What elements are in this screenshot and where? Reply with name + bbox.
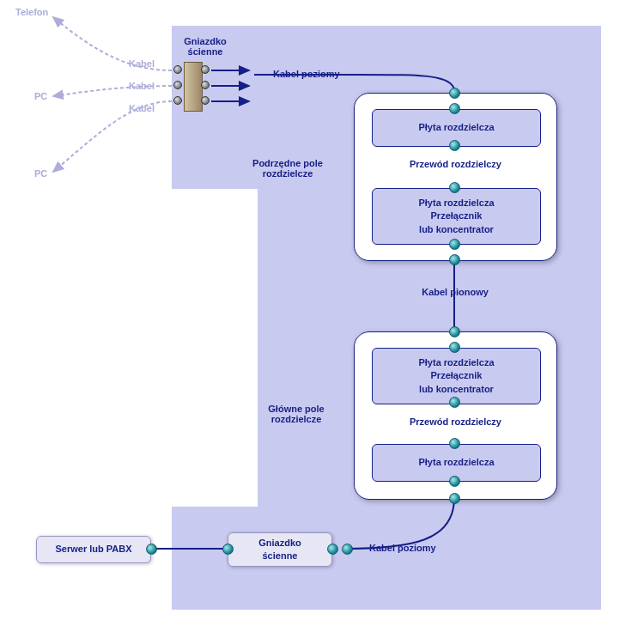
label-kabel-poziomy-bottom: Kabel poziomy [369, 543, 436, 553]
label-pc2: PC [34, 168, 47, 179]
box-patch-switch-1: Płyta rozdzielcza Przełącznik lub koncen… [372, 188, 541, 245]
label-patch-cord-top: Przewód rozdzielczy [355, 159, 556, 169]
label-patch-cord-bottom: Przewód rozdzielczy [355, 416, 556, 427]
connector-node [449, 438, 460, 449]
connector-node [327, 544, 338, 555]
connector-node [449, 326, 460, 337]
connector-node [449, 476, 460, 487]
label-kabel3: Kabel [112, 103, 155, 113]
connector-node [449, 182, 460, 193]
connector-node [146, 544, 157, 555]
label-kabel2: Kabel [112, 81, 155, 91]
connector-node [449, 493, 460, 504]
title-wall-jack-top: Gniazdko ścienne [175, 36, 235, 57]
label-vertical-cable: Kabel pionowy [404, 287, 507, 297]
panel-subordinate-field: Płyta rozdzielcza Przewód rozdzielczy Pł… [354, 93, 557, 261]
port-icon [201, 65, 210, 74]
connector-node [222, 544, 234, 555]
connector-node [342, 544, 353, 555]
label-telefon: Telefon [15, 7, 48, 17]
label-kabel-poziomy-top: Kabel poziomy [273, 69, 340, 79]
port-icon [201, 81, 210, 89]
label-pc1: PC [34, 91, 47, 101]
background-notch [172, 189, 258, 507]
wall-jack-top [184, 62, 203, 112]
port-icon [173, 65, 182, 74]
port-icon [201, 96, 210, 105]
box-serwer-pabx: Serwer lub PABX [36, 536, 151, 563]
connector-node [449, 342, 460, 353]
connector-node [449, 397, 460, 408]
label-main-field: Główne pole rozdzielcze [249, 404, 343, 424]
connector-node [449, 254, 460, 265]
label-kabel1: Kabel [112, 58, 155, 69]
label-subordinate-field: Podrzędne pole rozdzielcze [232, 158, 343, 179]
connector-node [449, 103, 460, 114]
panel-main-field: Płyta rozdzielcza Przełącznik lub koncen… [354, 331, 557, 500]
connector-node [449, 140, 460, 151]
connector-node [449, 239, 460, 250]
box-wall-jack-bottom: Gniazdko ścienne [228, 532, 332, 567]
port-icon [173, 81, 182, 89]
box-patch-switch-2: Płyta rozdzielcza Przełącznik lub koncen… [372, 348, 541, 404]
port-icon [173, 96, 182, 105]
connector-node [449, 88, 460, 99]
